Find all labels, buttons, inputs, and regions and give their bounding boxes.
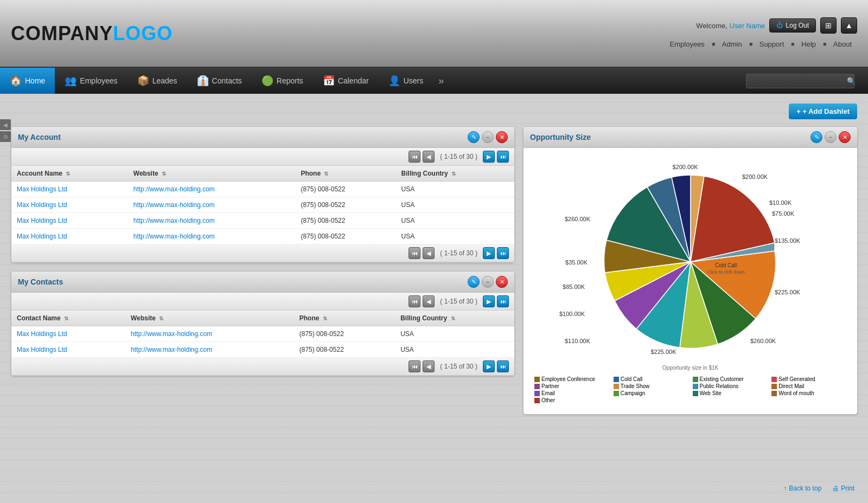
nav-users-label: Users [404,76,424,85]
contacts-last-page-btn-2[interactable]: ⏭ [497,360,509,372]
contacts-last-page-btn[interactable]: ⏭ [497,295,509,307]
col-contact-phone[interactable]: Phone ⇅ [294,311,395,326]
top-nav-support[interactable]: Support [754,39,790,49]
my-account-bottom-pagination: ⏮ ◀ ( 1-15 of 30 ) ▶ ⏭ [11,244,514,262]
account-name-link[interactable]: Max Holdings Ltd [17,201,67,209]
main-columns: My Account ✎ − ✕ ⏮ ◀ ( 1-15 of 30 ) ▶ ⏭ [11,126,857,479]
nav-home[interactable]: 🏠 Home [0,68,55,94]
username-text: User Name [730,22,765,30]
legend-color [534,377,540,382]
table-row: Max Holdings Ltd http://www.max-holding.… [11,197,514,213]
col-phone[interactable]: Phone ⇅ [295,166,395,182]
employees-icon: 👥 [65,75,76,87]
back-to-top-link[interactable]: ↑ Back to top [783,485,821,492]
screen-toggle-button[interactable]: ⊞ [820,17,837,34]
chart-subtitle: Opportunity size in $1K [529,365,852,371]
table-row: Max Holdings Ltd http://www.max-holding.… [11,213,514,229]
my-contacts-header: My Contacts ✎ − ✕ [11,272,514,293]
col-contact-name[interactable]: Contact Name ⇅ [11,311,125,326]
my-account-edit-btn[interactable]: ✎ [468,131,480,143]
add-dashlet-button[interactable]: + Add Dashlet [789,104,857,119]
legend-item: Word of mouth [771,390,846,396]
website-cell: http://www.max-holding.com [128,182,296,197]
contacts-prev-page-btn[interactable]: ◀ [423,295,435,307]
contact-name-link[interactable]: Max Holdings Ltd [17,346,67,353]
contact-name-link[interactable]: Max Holdings Ltd [17,330,67,338]
nav-employees-label: Employees [80,76,117,85]
settings-icon-button[interactable]: ▲ [841,17,857,34]
legend-label: Cold Call [621,376,643,382]
next-page-btn[interactable]: ▶ [483,151,495,163]
nav-contacts[interactable]: 👔 Contacts [187,68,252,94]
col-account-name[interactable]: Account Name ⇅ [11,166,128,182]
country-cell: USA [396,229,514,244]
opp-close-btn[interactable]: ✕ [839,131,851,143]
logout-button[interactable]: Log Out [769,18,816,33]
calendar-icon: 📅 [323,75,335,87]
contacts-first-page-btn-2[interactable]: ⏮ [409,360,420,372]
phone-cell: (875) 008-0522 [295,182,395,197]
first-page-btn-2[interactable]: ⏮ [409,247,420,259]
page-info-2: ( 1-15 of 30 ) [440,249,477,257]
prev-page-btn-2[interactable]: ◀ [423,247,435,259]
top-nav-about[interactable]: About [828,39,857,49]
nav-calendar[interactable]: 📅 Calendar [313,68,379,94]
my-account-close-btn[interactable]: ✕ [496,131,508,143]
my-contacts-minimize-btn[interactable]: − [482,276,494,288]
contacts-next-page-btn[interactable]: ▶ [483,295,495,307]
legend-item: Web Site [693,390,768,396]
website-link[interactable]: http://www.max-holding.com [133,185,215,193]
contacts-next-page-btn-2[interactable]: ▶ [483,360,495,372]
account-name-cell: Max Holdings Ltd [11,229,128,244]
top-right-area: Welcome, User Name Log Out ⊞ ▲ Employees… [665,17,857,49]
account-name-link[interactable]: Max Holdings Ltd [17,233,67,240]
nav-leades-label: Leades [152,76,177,85]
col-billing-country[interactable]: Billing Country ⇅ [396,166,514,182]
nav-employees[interactable]: 👥 Employees [55,68,127,94]
nav-leades[interactable]: 📦 Leades [127,68,187,94]
top-nav-admin[interactable]: Admin [717,39,748,49]
last-page-btn[interactable]: ⏭ [497,151,509,163]
my-account-minimize-btn[interactable]: − [482,131,494,143]
sidebar-tool-1[interactable]: ◀ [0,119,11,130]
nav-reports[interactable]: 🟢 Reports [252,68,313,94]
contact-website-link[interactable]: http://www.max-holding.com [131,330,212,338]
label-225k-right: $225.00K [775,289,801,295]
website-cell: http://www.max-holding.com [128,213,296,229]
next-page-btn-2[interactable]: ▶ [483,247,495,259]
country-cell: USA [396,197,514,213]
last-page-btn-2[interactable]: ⏭ [497,247,509,259]
col-contact-website[interactable]: Website ⇅ [125,311,294,326]
first-page-btn[interactable]: ⏮ [409,151,420,163]
nav-users[interactable]: 👤 Users [379,68,433,94]
print-link[interactable]: 🖨 Print [832,485,854,492]
account-name-link[interactable]: Max Holdings Ltd [17,185,67,193]
contacts-prev-page-btn-2[interactable]: ◀ [423,360,435,372]
prev-page-btn[interactable]: ◀ [423,151,435,163]
top-nav-employees[interactable]: Employees [665,39,710,49]
opp-minimize-btn[interactable]: − [825,131,837,143]
col-contact-country[interactable]: Billing Country ⇅ [395,311,514,326]
top-nav: Employees ◾ Admin ◾ Support ◾ Help ◾ Abo… [665,39,857,49]
legend-item: Cold Call [614,376,688,382]
search-input[interactable] [746,74,854,88]
top-nav-help[interactable]: Help [796,39,821,49]
legend-color [693,377,698,382]
main-nav: 🏠 Home 👥 Employees 📦 Leades 👔 Contacts 🟢… [0,68,868,94]
website-link[interactable]: http://www.max-holding.com [133,201,215,209]
opp-edit-btn[interactable]: ✎ [810,131,822,143]
sidebar-tool-2[interactable]: ⚙ [0,131,11,142]
my-contacts-edit-btn[interactable]: ✎ [468,276,480,288]
website-link[interactable]: http://www.max-holding.com [133,233,215,240]
account-name-cell: Max Holdings Ltd [11,182,128,197]
col-website[interactable]: Website ⇅ [128,166,296,182]
legend-item: Email [534,390,609,396]
contact-website-link[interactable]: http://www.max-holding.com [131,346,212,353]
website-link[interactable]: http://www.max-holding.com [133,217,215,224]
right-column: Opportunity Size ✎ − ✕ [523,126,858,479]
account-name-link[interactable]: Max Holdings Ltd [17,217,67,224]
contacts-first-page-btn[interactable]: ⏮ [409,295,420,307]
my-contacts-close-btn[interactable]: ✕ [496,276,508,288]
legend-color [614,377,619,382]
nav-more-button[interactable]: » [433,75,449,87]
